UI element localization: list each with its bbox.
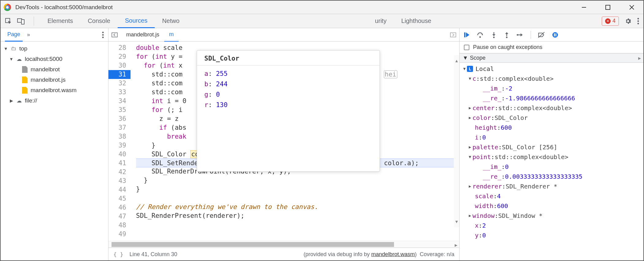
var-c-im[interactable]: __im_: -2: [460, 84, 643, 93]
svg-point-7: [638, 18, 639, 19]
svg-point-11: [102, 34, 104, 35]
svg-point-10: [102, 32, 104, 33]
var-point[interactable]: ▼point: std::complex<double>: [460, 152, 643, 162]
editor-tab-mandelbrot-js[interactable]: mandelbrot.js: [121, 28, 164, 42]
toolbar-separator: [531, 31, 531, 39]
scope-header[interactable]: ▼ Scope ▸: [460, 53, 643, 63]
var-color[interactable]: ▶color: SDL_Color: [460, 113, 643, 123]
settings-icon[interactable]: [624, 17, 632, 25]
var-c[interactable]: ▼c: std::complex<double>: [460, 74, 643, 84]
collapse-sidebar-icon[interactable]: [112, 32, 118, 38]
scope-tree[interactable]: ▼LLocal ▼c: std::complex<double> __im_: …: [460, 63, 643, 261]
svg-rect-13: [112, 33, 117, 37]
scrollbar-thumb[interactable]: [112, 242, 394, 247]
editor-scrollbar-vertical[interactable]: ▴ ▾: [454, 55, 459, 227]
svg-rect-1: [606, 5, 610, 9]
tab-elements[interactable]: Elements: [40, 14, 80, 28]
step-over-icon[interactable]: [477, 32, 484, 38]
error-badge[interactable]: ✕ 4: [602, 17, 619, 26]
pause-exceptions-icon[interactable]: [552, 32, 559, 38]
scroll-indicator-icon: ▸: [638, 55, 641, 62]
svg-point-12: [102, 36, 104, 38]
window-close-button[interactable]: [627, 3, 636, 12]
var-width[interactable]: width: 600: [460, 201, 643, 211]
pause-label: Pause on caught exceptions: [473, 44, 542, 50]
tab-lighthouse[interactable]: Lighthouse: [394, 14, 439, 28]
tree-file-mandelbrot[interactable]: mandelbrot: [1, 64, 108, 75]
error-icon: ✕: [605, 18, 611, 24]
tree-file-mandelbrot-js[interactable]: mandelbrot.js: [1, 75, 108, 85]
tab-network[interactable]: Netwo: [155, 14, 187, 28]
coverage-label: Coverage: n/a: [420, 251, 454, 257]
editor-tabbar: mandelbrot.js m: [108, 28, 459, 42]
var-point-re[interactable]: __re_: 0.0033333333333333335: [460, 172, 643, 181]
sidebar-more-icon[interactable]: [102, 32, 104, 38]
editor-scrollbar-horizontal[interactable]: ▸: [108, 241, 459, 248]
scroll-down-icon[interactable]: ▾: [455, 217, 459, 226]
svg-point-24: [552, 32, 558, 38]
error-count: 4: [612, 18, 616, 24]
chrome-icon: [4, 4, 11, 11]
pause-on-exceptions-row[interactable]: Pause on caught exceptions: [460, 42, 643, 53]
tab-sources[interactable]: Sources: [118, 14, 155, 28]
more-icon[interactable]: [637, 18, 639, 24]
chevron-down-icon: ▼: [463, 55, 468, 61]
var-palette[interactable]: ▶palette: SDL_Color [256]: [460, 142, 643, 152]
scroll-up-icon[interactable]: ▴: [455, 56, 459, 65]
svg-point-16: [479, 36, 481, 38]
sidebar-header: Page »: [1, 28, 108, 42]
scope-local[interactable]: ▼LLocal: [460, 64, 643, 74]
tree-host[interactable]: ▼☁localhost:5000: [1, 54, 108, 64]
svg-point-9: [638, 23, 639, 24]
svg-point-18: [493, 36, 495, 38]
var-renderer[interactable]: ▶renderer: SDL_Renderer *: [460, 181, 643, 191]
line-gutter[interactable]: 2829303132333435363738394041424344454647…: [108, 42, 131, 241]
resume-icon[interactable]: [463, 32, 470, 38]
devtools-tabbar: Elements Console Sources Netwo urity Lig…: [1, 14, 643, 28]
svg-point-20: [506, 36, 508, 38]
svg-rect-5: [17, 19, 22, 22]
window-maximize-button[interactable]: [604, 3, 612, 12]
svg-point-8: [638, 20, 639, 22]
tree-top[interactable]: ▼🗀top: [1, 43, 108, 54]
deactivate-breakpoints-icon[interactable]: [538, 32, 545, 38]
cursor-position: Line 41, Column 30: [130, 251, 177, 258]
device-toggle-icon[interactable]: [17, 18, 25, 24]
editor-statusbar: { } Line 41, Column 30 (provided via deb…: [108, 248, 459, 261]
svg-point-22: [517, 34, 518, 35]
page-tab[interactable]: Page: [5, 28, 23, 42]
format-icon[interactable]: { }: [113, 251, 123, 258]
step-out-icon[interactable]: [504, 32, 510, 38]
tab-security[interactable]: urity: [368, 14, 394, 28]
var-center[interactable]: ▶center: std::complex<double>: [460, 103, 643, 113]
tabbar-separator: [34, 17, 34, 26]
step-icon[interactable]: [517, 32, 524, 38]
hover-tooltip: SDL_Color a: 255b: 244g: 0r: 130: [197, 50, 380, 172]
debug-info-link[interactable]: mandelbrot.wasm: [371, 251, 415, 257]
var-c-re[interactable]: __re_: -1.9866666666666666: [460, 93, 643, 103]
more-tabs-icon[interactable]: »: [27, 32, 30, 38]
editor-tab-current[interactable]: m: [164, 28, 179, 42]
sources-sidebar: Page » ▼🗀top ▼☁localhost:5000 mandelbrot…: [1, 28, 108, 261]
svg-rect-15: [464, 32, 465, 37]
inspect-icon[interactable]: [5, 18, 12, 24]
tab-console[interactable]: Console: [80, 14, 117, 28]
editor-nav-icon[interactable]: [450, 32, 456, 38]
scroll-right-icon[interactable]: ▸: [455, 242, 457, 248]
debugger-toolbar: [460, 28, 643, 42]
tree-file-proto[interactable]: ▶☁file://: [1, 95, 108, 106]
var-y[interactable]: y: 0: [460, 230, 643, 240]
var-i[interactable]: i: 0: [460, 132, 643, 142]
var-point-im[interactable]: __im_: 0: [460, 162, 643, 172]
svg-rect-26: [555, 33, 556, 36]
step-into-icon[interactable]: [491, 32, 497, 38]
tooltip-title: SDL_Color: [197, 50, 380, 65]
tree-file-mandelbrot-wasm[interactable]: mandelbrot.wasm: [1, 85, 108, 95]
var-window[interactable]: ▶window: SDL_Window *: [460, 211, 643, 221]
var-x[interactable]: x: 2: [460, 221, 643, 230]
var-scale[interactable]: scale: 4: [460, 191, 643, 201]
svg-rect-6: [21, 20, 24, 24]
window-minimize-button[interactable]: [580, 3, 588, 12]
pause-checkbox[interactable]: [464, 45, 469, 50]
var-height[interactable]: height: 600: [460, 123, 643, 132]
